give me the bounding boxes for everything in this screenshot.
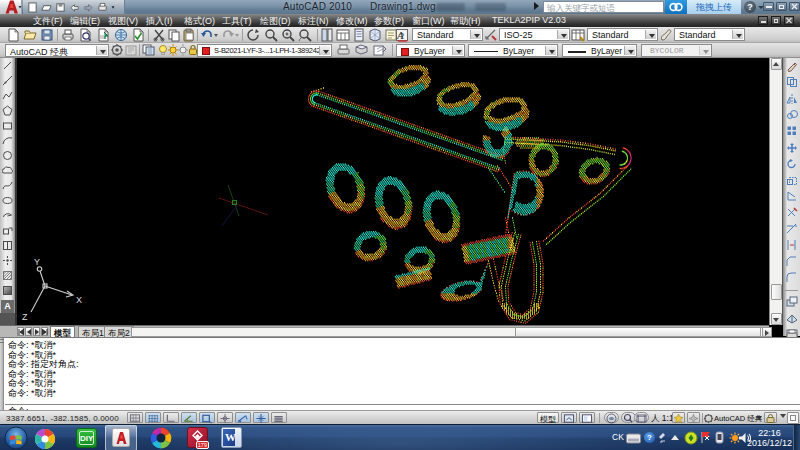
svg-text:Y: Y bbox=[34, 257, 40, 267]
svg-text:A: A bbox=[396, 29, 404, 41]
svg-text:Z: Z bbox=[22, 312, 28, 322]
svg-text:X: X bbox=[76, 295, 82, 305]
